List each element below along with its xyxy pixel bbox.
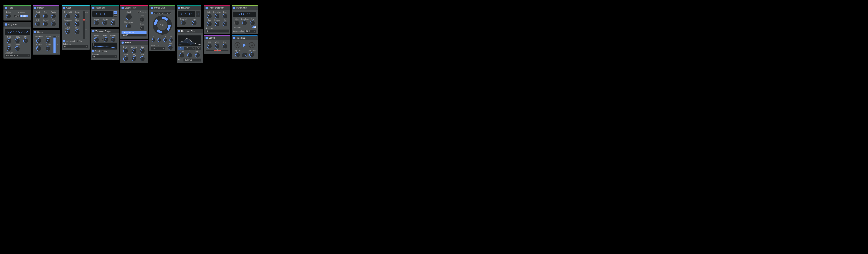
attack-knob[interactable]: [94, 37, 99, 42]
jitter-knob[interactable]: [235, 21, 239, 25]
bandpass-tab[interactable]: [190, 47, 196, 50]
crossfade-knob[interactable]: [181, 21, 186, 25]
mix-knob[interactable]: [140, 56, 145, 61]
waveform-display[interactable]: [5, 29, 30, 35]
drive-knob[interactable]: [207, 14, 212, 19]
mix-knob[interactable]: [223, 22, 227, 26]
starttime-knob[interactable]: [249, 53, 254, 57]
resolution-select[interactable]: 1/32: [151, 47, 165, 50]
flip-check[interactable]: Flip: [76, 40, 82, 42]
resonance-knob[interactable]: [127, 24, 131, 28]
depth-knob[interactable]: [51, 14, 56, 19]
threshold-knob[interactable]: [36, 38, 41, 43]
drive-knob[interactable]: [195, 53, 200, 57]
range-knob[interactable]: [75, 14, 80, 19]
notch-tab[interactable]: [196, 47, 202, 50]
release-knob[interactable]: [75, 30, 80, 34]
rectify-knob[interactable]: [15, 38, 20, 43]
wave-tab-a[interactable]: [114, 11, 117, 14]
cutoff-knob[interactable]: [36, 14, 40, 19]
pump-knob[interactable]: [104, 37, 108, 42]
enable-checkbox[interactable]: [5, 7, 7, 9]
cutoff-knob[interactable]: [180, 53, 184, 57]
note-button[interactable]: ♪ ▾: [196, 11, 199, 17]
enable-checkbox[interactable]: [34, 7, 36, 9]
release-knob[interactable]: [46, 38, 50, 43]
mix-knob[interactable]: [250, 21, 255, 25]
lowpass-tab[interactable]: [178, 47, 184, 50]
filter-graph[interactable]: [178, 35, 202, 46]
early-knob[interactable]: [132, 56, 136, 61]
hold-knob[interactable]: [75, 22, 80, 26]
grain-knob[interactable]: [242, 21, 247, 25]
s-knob[interactable]: [163, 38, 167, 42]
wave-tab-b[interactable]: [114, 14, 117, 17]
mid-knob[interactable]: [207, 44, 212, 49]
enable-checkbox[interactable]: [34, 31, 36, 33]
filter-type-tabs[interactable]: [178, 47, 202, 50]
d-knob[interactable]: [158, 38, 161, 42]
lookahead-check[interactable]: Look-ahead: [63, 40, 75, 42]
decay-knob[interactable]: [94, 21, 99, 25]
spread-knob[interactable]: [43, 22, 48, 26]
enable-checkbox[interactable]: [92, 7, 94, 9]
mode-select[interactable]: CLIPPED: [184, 59, 202, 61]
bias-knob[interactable]: [140, 26, 144, 30]
spread-knob[interactable]: [215, 22, 219, 26]
drive-knob[interactable]: [140, 17, 144, 22]
enable-checkbox[interactable]: [5, 24, 7, 26]
enable-checkbox[interactable]: [122, 7, 124, 9]
ingain-knob[interactable]: [36, 46, 41, 51]
normalize-knob[interactable]: [215, 14, 219, 19]
enable-checkbox[interactable]: [206, 7, 208, 9]
pump-check[interactable]: [101, 39, 103, 40]
mix-knob[interactable]: [192, 21, 196, 25]
left-option[interactable]: LEFT: [14, 15, 20, 18]
step-selector[interactable]: 1 2 3 4 5 6 7 8: [151, 12, 174, 15]
width-knob[interactable]: [215, 44, 219, 49]
bias-knob[interactable]: [7, 38, 11, 43]
tone-knob[interactable]: [223, 14, 227, 19]
correlate-toggle[interactable]: [252, 26, 256, 28]
stereo-slider[interactable]: [206, 50, 228, 51]
enable-checkbox[interactable]: [122, 41, 124, 44]
enable-checkbox[interactable]: [233, 7, 235, 9]
sidechain-select[interactable]: OFF: [92, 55, 117, 58]
intensity-knob[interactable]: [102, 21, 107, 25]
mix-knob[interactable]: [24, 38, 28, 43]
enable-checkbox[interactable]: [92, 30, 94, 32]
rate-knob[interactable]: [43, 14, 48, 19]
pitch-display[interactable]: A 4 +00: [92, 11, 113, 17]
size-knob[interactable]: [140, 49, 145, 53]
mix-knob[interactable]: [111, 21, 116, 25]
step-ring[interactable]: 16▲▼: [153, 16, 172, 34]
sidechain-select[interactable]: OFF: [63, 45, 88, 48]
play-button[interactable]: [243, 44, 246, 47]
compensation-select[interactable]: LOW: [245, 30, 256, 33]
delay-knob[interactable]: [6, 14, 11, 19]
outgain-knob[interactable]: [46, 46, 50, 51]
enable-checkbox[interactable]: [178, 30, 180, 32]
dampen-knob[interactable]: [132, 49, 136, 53]
pan-knob[interactable]: [223, 44, 227, 49]
channel-segment[interactable]: LEFT RIGHT: [14, 15, 30, 18]
tolerance-knob[interactable]: [66, 22, 70, 26]
highpass-tab[interactable]: [184, 47, 190, 50]
type-segment[interactable]: TRANSISTOR DIODE: [122, 31, 147, 36]
speed-check[interactable]: Speed: [92, 50, 100, 52]
q-knob[interactable]: [187, 53, 192, 57]
ratio-display[interactable]: 4 / 16: [178, 11, 195, 17]
spread-knob[interactable]: [15, 47, 20, 51]
sidechain-select[interactable]: OFF: [206, 30, 229, 32]
modulator-select[interactable]: SINE OSCILLATOR: [5, 54, 30, 57]
freq-knob[interactable]: [7, 47, 11, 51]
width-knob[interactable]: [123, 56, 128, 61]
saturate-check[interactable]: Saturate: [137, 11, 147, 13]
decay-knob[interactable]: [123, 49, 128, 53]
mix-knob[interactable]: [51, 22, 56, 26]
stoptime-knob[interactable]: [235, 53, 240, 57]
enable-checkbox[interactable]: [178, 7, 180, 9]
cutoff-knob[interactable]: [126, 14, 132, 20]
enable-checkbox[interactable]: [151, 7, 153, 9]
enable-checkbox[interactable]: [206, 37, 208, 39]
